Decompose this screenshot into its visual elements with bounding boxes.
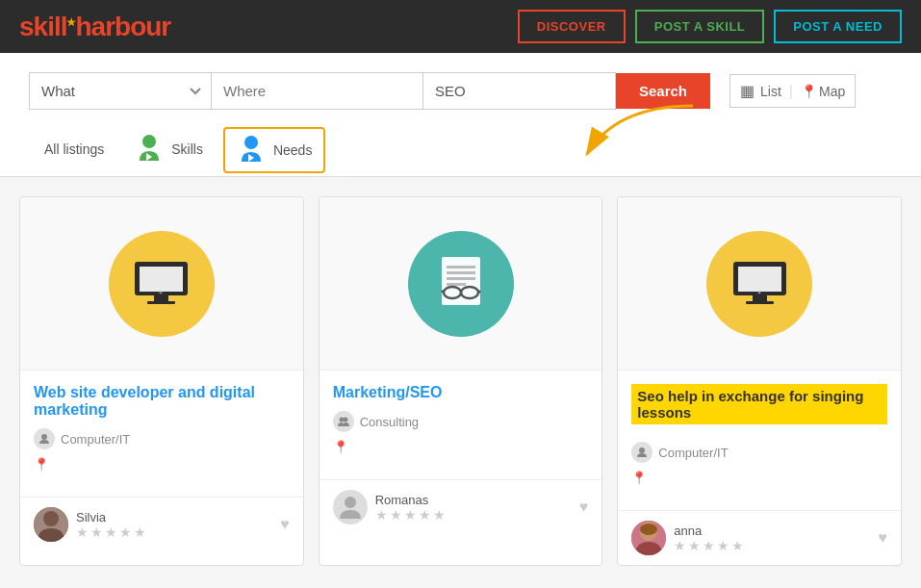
card-2-body: Marketing/SEO Consulting 📍	[320, 371, 602, 479]
card-2-location: 📍	[333, 440, 589, 454]
svg-rect-14	[447, 266, 475, 268]
svg-rect-15	[447, 271, 475, 274]
card-1: Web site developer and digital marketing…	[19, 196, 304, 566]
card-3-user: anna ★★★★★	[631, 521, 746, 555]
location-pin-icon-1: 📍	[34, 457, 49, 472]
what-select[interactable]: What	[29, 72, 212, 110]
card-2-heart[interactable]: ♥	[579, 499, 589, 516]
svg-rect-28	[753, 295, 767, 301]
svg-point-24	[343, 418, 347, 422]
list-label: List	[760, 84, 781, 99]
svg-rect-17	[447, 283, 466, 286]
card-1-heart[interactable]: ♥	[280, 516, 290, 533]
card-1-body: Web site developer and digital marketing…	[20, 371, 303, 497]
monitor-icon-circle-3	[706, 231, 812, 337]
reading-icon-circle	[408, 231, 514, 337]
card-3-user-info: anna ★★★★★	[674, 524, 746, 553]
card-3-location: 📍	[631, 471, 887, 485]
card-1-location: 📍	[34, 457, 290, 472]
card-2-title[interactable]: Marketing/SEO	[333, 384, 589, 401]
tab-needs[interactable]: Needs	[223, 127, 325, 173]
svg-rect-29	[746, 301, 774, 304]
svg-point-10	[41, 434, 47, 440]
tab-skills[interactable]: Skills	[119, 124, 218, 176]
card-3-footer: anna ★★★★★ ♥	[618, 510, 901, 565]
svg-line-21	[442, 291, 444, 293]
where-input[interactable]	[212, 72, 423, 110]
card-3-stars: ★★★★★	[674, 538, 746, 553]
card-2-category: Consulting	[333, 411, 589, 432]
card-1-user: Silvia ★★★★★	[34, 507, 148, 542]
nav-buttons: DISCOVER POST A SKILL POST A NEED	[518, 10, 902, 43]
card-2-user: Romanas ★★★★★	[333, 490, 448, 524]
card-3-image	[618, 197, 901, 371]
tab-all-listings[interactable]: All listings	[29, 132, 119, 168]
card-3-heart[interactable]: ♥	[879, 529, 888, 547]
tabs-row: All listings Skills Needs	[29, 124, 892, 176]
reading-icon	[427, 252, 495, 315]
svg-rect-7	[154, 295, 168, 301]
logo: skill★harbour	[19, 12, 170, 42]
svg-rect-27	[738, 267, 781, 292]
skills-label: Skills	[171, 141, 203, 157]
skills-icon	[135, 134, 164, 165]
card-2-footer: Romanas ★★★★★ ♥	[320, 479, 602, 534]
logo-text2: harbour	[75, 12, 170, 41]
avatar-2	[333, 490, 368, 524]
location-pin-icon-2: 📍	[333, 440, 348, 454]
svg-point-9	[160, 292, 163, 294]
monitor-icon-1	[130, 257, 192, 310]
keyword-input[interactable]	[423, 72, 616, 110]
card-1-username: Silvia	[76, 510, 148, 524]
card-2-user-info: Romanas ★★★★★	[375, 493, 448, 523]
discover-button[interactable]: DISCOVER	[518, 10, 626, 43]
map-pin-icon: 📍	[801, 84, 817, 99]
card-2-username: Romanas	[375, 493, 448, 507]
category-icon-1	[34, 428, 55, 449]
needs-label: Needs	[273, 142, 312, 158]
map-label: Map	[819, 84, 845, 99]
search-button[interactable]: Search	[616, 73, 710, 109]
needs-icon	[237, 135, 266, 166]
search-row: What Search ▦ List | 📍 Map	[29, 72, 892, 110]
all-listings-label: All listings	[44, 141, 104, 157]
logo-text: skill	[19, 12, 66, 41]
post-need-button[interactable]: POST A NEED	[774, 10, 902, 43]
card-3-username: anna	[674, 524, 746, 538]
svg-rect-6	[140, 267, 183, 292]
cards-section: Web site developer and digital marketing…	[0, 177, 921, 585]
card-1-stars: ★★★★★	[76, 524, 148, 540]
card-1-category: Computer/IT	[34, 428, 290, 449]
svg-line-22	[478, 291, 480, 293]
svg-point-35	[640, 524, 657, 535]
svg-point-25	[345, 497, 356, 508]
card-2-image	[320, 197, 602, 371]
svg-point-3	[244, 136, 258, 149]
header: skill★harbour DISCOVER POST A SKILL POST…	[0, 0, 921, 53]
card-3-title[interactable]: Seo help in exchange for singing lessons	[631, 384, 887, 424]
card-1-footer: Silvia ★★★★★ ♥	[20, 497, 303, 551]
svg-rect-8	[147, 301, 175, 304]
card-1-image	[20, 197, 303, 371]
card-3: Seo help in exchange for singing lessons…	[617, 196, 902, 566]
card-2-stars: ★★★★★	[375, 507, 448, 523]
location-pin-icon-3: 📍	[631, 471, 647, 485]
svg-point-1	[142, 135, 156, 148]
category-label-2: Consulting	[360, 415, 419, 429]
card-1-title[interactable]: Web site developer and digital marketing	[34, 384, 290, 419]
view-toggle[interactable]: ▦ List | 📍 Map	[729, 74, 856, 108]
svg-point-12	[43, 511, 59, 526]
post-skill-button[interactable]: POST A SKILL	[635, 10, 765, 43]
category-label-3: Computer/IT	[658, 446, 728, 460]
category-label-1: Computer/IT	[61, 432, 130, 447]
avatar-3	[631, 521, 666, 555]
grid-icon: ▦	[740, 82, 755, 100]
svg-point-30	[757, 292, 760, 294]
card-3-category: Computer/IT	[631, 442, 887, 463]
svg-rect-16	[447, 277, 475, 280]
search-section: What Search ▦ List | 📍 Map All listings	[0, 53, 921, 177]
avatar-1	[34, 507, 68, 542]
monitor-icon-3	[729, 257, 791, 310]
card-3-body: Seo help in exchange for singing lessons…	[618, 371, 901, 510]
card-2: Marketing/SEO Consulting 📍 Romanas ★★★★★	[319, 196, 603, 566]
